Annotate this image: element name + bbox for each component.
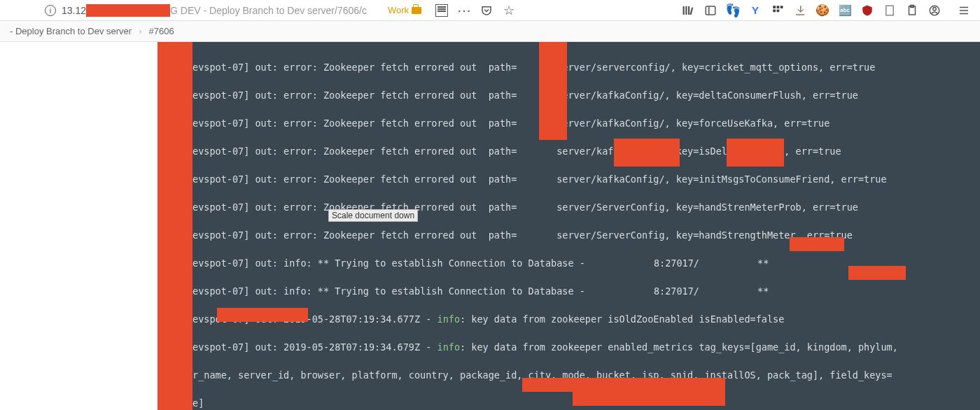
reader-mode-icon[interactable] [435, 4, 448, 17]
redaction-block [573, 392, 725, 406]
svg-rect-0 [683, 6, 685, 15]
redaction-block [614, 139, 680, 167]
briefcase-icon [412, 7, 421, 14]
log-line: evspot-07] out: error: Zookeeper fetch e… [158, 60, 980, 74]
pocket-icon[interactable] [480, 4, 493, 17]
redaction-block [848, 266, 906, 280]
apps-grid-icon[interactable] [771, 4, 784, 17]
redaction-block [727, 139, 784, 167]
bookmark-star-icon[interactable] [503, 4, 515, 17]
svg-rect-1 [685, 6, 687, 15]
account-icon[interactable] [928, 4, 941, 17]
urlbar-actions [435, 4, 515, 17]
page-icon[interactable] [883, 4, 896, 17]
toolbar-extensions: 👣 Y 🍪 🔤 [682, 4, 977, 17]
redaction-block [790, 237, 844, 251]
breadcrumb-item[interactable]: - Deploy Branch to Dev server [3, 26, 139, 36]
svg-rect-11 [886, 6, 894, 15]
context-text: Work [388, 5, 409, 15]
log-line: evspot-07] out: 2019-05-28T07:19:34.679Z… [158, 340, 980, 354]
page-actions-icon[interactable] [458, 4, 470, 17]
log-line: evspot-07] out: info: ** Trying to estab… [158, 284, 980, 298]
svg-rect-10 [777, 9, 780, 12]
scale-tooltip: Scale document down [328, 209, 418, 222]
breadcrumb-item[interactable]: #7606 [141, 26, 181, 36]
site-info-icon[interactable]: i [45, 5, 56, 16]
redaction-block [539, 42, 567, 140]
svg-rect-8 [780, 6, 783, 8]
svg-rect-6 [773, 6, 776, 8]
cookie-icon[interactable]: 🍪 [816, 4, 829, 17]
svg-rect-3 [690, 7, 693, 15]
clipboard-icon[interactable] [906, 4, 918, 17]
library-icon[interactable] [682, 4, 694, 17]
log-line: evspot-07] out: error: Zookeeper fetch e… [158, 228, 980, 242]
redaction-block [158, 42, 192, 410]
log-line: evspot-07] out: error: Zookeeper fetch e… [158, 200, 980, 214]
redaction-block [217, 308, 308, 322]
build-log-console[interactable]: evspot-07] out: error: Zookeeper fetch e… [158, 42, 980, 410]
log-line: evspot-07] out: error: Zookeeper fetch e… [158, 172, 980, 186]
gnome-foot-icon[interactable]: 👣 [727, 4, 739, 17]
svg-point-15 [933, 7, 937, 10]
log-line: e] [158, 396, 980, 410]
log-line: evspot-07] out: error: Zookeeper fetch e… [158, 144, 980, 158]
log-line: evspot-07] out: error: Zookeeper fetch e… [158, 88, 980, 102]
breadcrumb-bar: - Deploy Branch to Dev server › #7606 [0, 21, 980, 42]
url-area[interactable]: i 13.12 G DEV - Deploy Branch to Dev ser… [45, 4, 367, 17]
translate-icon[interactable]: 🔤 [839, 4, 851, 17]
hamburger-menu-icon[interactable] [958, 4, 970, 17]
download-icon[interactable] [794, 4, 806, 17]
url-trail: G DEV - Deploy Branch to Dev server/7606… [170, 5, 367, 16]
redacted-url-segment [86, 4, 170, 17]
svg-rect-4 [706, 6, 715, 15]
url-prefix: 13.12 [62, 5, 86, 16]
container-label: Work [388, 5, 421, 15]
log-line: evspot-07] out: error: Zookeeper fetch e… [158, 116, 980, 130]
ublock-icon[interactable] [861, 4, 874, 17]
redaction-block [522, 378, 725, 392]
svg-rect-9 [773, 9, 776, 12]
svg-rect-2 [688, 6, 690, 15]
browser-url-bar: i 13.12 G DEV - Deploy Branch to Dev ser… [0, 0, 980, 21]
sidebar-icon[interactable] [704, 4, 717, 17]
svg-rect-7 [777, 6, 780, 8]
extension-icon-y[interactable]: Y [749, 4, 762, 17]
